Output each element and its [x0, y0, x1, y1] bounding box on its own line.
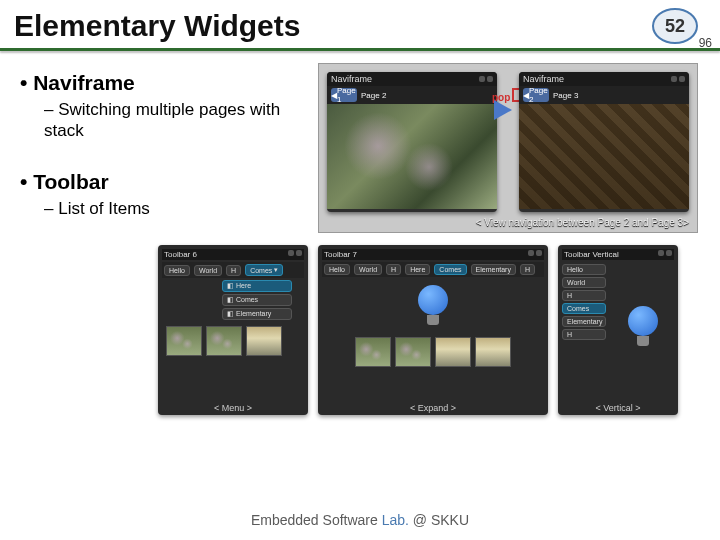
naviframe-caption: < View navigation between Page 2 and Pag…	[476, 217, 689, 228]
dropdown-menu: ◧ Here ◧ Comes ◧ Elementary	[222, 278, 304, 322]
arrow-right-icon	[494, 100, 512, 120]
subbullet-toolbar: List of Items	[44, 198, 310, 219]
window-title: Naviframe	[523, 74, 564, 84]
minimize-icon	[479, 76, 485, 82]
naviframe-figure: Naviframe ◀ Page 1 Page 2 pop Naviframe	[318, 63, 698, 233]
close-icon	[536, 250, 542, 256]
subbullet-naviframe: Switching multiple pages with stack	[44, 99, 310, 142]
minimize-icon	[288, 250, 294, 256]
page-total: 96	[699, 36, 712, 50]
window-caption: < Vertical >	[558, 403, 678, 413]
thumbnail	[246, 326, 282, 356]
menu-item[interactable]: ◧ Comes	[222, 294, 292, 306]
close-icon	[666, 250, 672, 256]
toolbar-item[interactable]: Hello	[164, 265, 190, 276]
figure-column: Naviframe ◀ Page 1 Page 2 pop Naviframe	[318, 63, 710, 415]
thumbnail	[355, 337, 391, 367]
thumbnail-grid	[322, 333, 544, 371]
window-caption: < Expand >	[318, 403, 548, 413]
toolbar-item[interactable]: World	[354, 264, 382, 275]
menu-item[interactable]: ◧ Elementary	[222, 308, 292, 320]
minimize-icon	[671, 76, 677, 82]
thumbnail	[435, 337, 471, 367]
bullet-naviframe: Naviframe	[20, 71, 310, 95]
close-icon	[296, 250, 302, 256]
slide-body: Naviframe Switching multiple pages with …	[0, 51, 720, 415]
page-current: 52	[652, 8, 698, 44]
footer-lab: Lab.	[382, 512, 409, 528]
toolbar-item[interactable]: World	[194, 265, 222, 276]
bulb-icon	[617, 304, 669, 348]
toolbar-window-vertical: Toolbar Vertical Hello World H Comes Ele…	[558, 245, 678, 415]
window-title: Naviframe	[331, 74, 372, 84]
thumbnail	[395, 337, 431, 367]
toolbar-item[interactable]: Hello	[562, 264, 606, 275]
thumbnail	[166, 326, 202, 356]
toolbar-item[interactable]: H	[226, 265, 241, 276]
toolbar-row: Hello World H Comes ▾	[162, 262, 304, 278]
toolbar-window-expand: Toolbar 7 Hello World H Here Comes Eleme…	[318, 245, 548, 415]
toolbar-figure: Toolbar 6 Hello World H Comes ▾ ◧ Here ◧…	[158, 245, 698, 415]
minimize-icon	[658, 250, 664, 256]
close-icon	[487, 76, 493, 82]
naviframe-window-left: Naviframe ◀ Page 1 Page 2	[327, 72, 497, 212]
toolbar-item[interactable]: H	[386, 264, 401, 275]
footer-suffix: @ SKKU	[409, 512, 469, 528]
slide-title: Elementary Widgets	[14, 9, 300, 43]
window-title: Toolbar 6	[164, 250, 197, 259]
naviframe-window-right: Naviframe ◀ Page 2 Page 3	[519, 72, 689, 212]
toolbar-item-selected[interactable]: Comes ▾	[245, 264, 283, 276]
toolbar-item[interactable]: Hello	[324, 264, 350, 275]
toolbar-item[interactable]: H	[520, 264, 535, 275]
content-image-plant	[327, 104, 497, 209]
window-title: Toolbar Vertical	[564, 250, 619, 259]
toolbar-item[interactable]: H	[562, 329, 606, 340]
toolbar-item[interactable]: H	[562, 290, 606, 301]
thumbnail-grid	[162, 322, 304, 360]
toolbar-item-selected[interactable]: Comes	[434, 264, 466, 275]
slide-footer: Embedded Software Lab. @ SKKU	[0, 512, 720, 528]
toolbar-item[interactable]: Here	[405, 264, 430, 275]
footer-prefix: Embedded Software	[251, 512, 382, 528]
toolbar-vertical: Hello World H Comes Elementary H	[562, 262, 608, 390]
toolbar-item[interactable]: Elementary	[471, 264, 516, 275]
thumbnail	[475, 337, 511, 367]
toolbar-item[interactable]: World	[562, 277, 606, 288]
thumbnail	[206, 326, 242, 356]
minimize-icon	[528, 250, 534, 256]
back-button[interactable]: ◀ Page 1	[331, 88, 357, 102]
window-title: Toolbar 7	[324, 250, 357, 259]
page-title-label: Page 3	[553, 91, 578, 100]
toolbar-row: Hello World H Here Comes Elementary H	[322, 262, 544, 277]
page-title-label: Page 2	[361, 91, 386, 100]
close-icon	[679, 76, 685, 82]
back-button[interactable]: ◀ Page 2	[523, 88, 549, 102]
toolbar-window-menu: Toolbar 6 Hello World H Comes ▾ ◧ Here ◧…	[158, 245, 308, 415]
toolbar-item-selected[interactable]: Comes	[562, 303, 606, 314]
slide-header: Elementary Widgets 52 96	[0, 0, 720, 46]
bulb-icon	[407, 283, 459, 327]
page-number-badge: 52 96	[652, 8, 706, 44]
toolbar-item[interactable]: Elementary	[562, 316, 606, 327]
bullet-toolbar: Toolbar	[20, 170, 310, 194]
menu-item[interactable]: ◧ Here	[222, 280, 292, 292]
content-image-stone	[519, 104, 689, 209]
window-caption: < Menu >	[158, 403, 308, 413]
